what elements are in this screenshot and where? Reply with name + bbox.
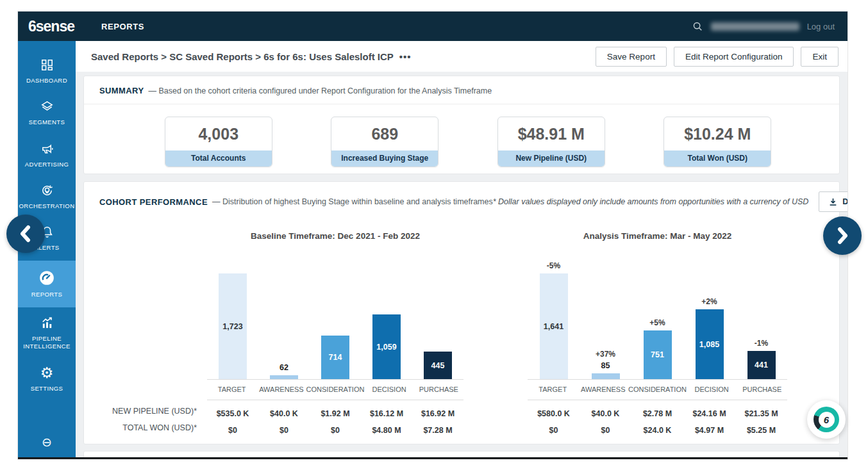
- new-pipeline-row: $535.0 K$40.0 K$1.92 M$16.12 M$16.92 M: [207, 405, 463, 422]
- new-pipeline-row: $580.0 K$40.0 K$2.78 M$24.16 M$21.35 M: [528, 405, 787, 422]
- bar-decision[interactable]: 1,059: [372, 314, 401, 379]
- bar-decision[interactable]: 1,085: [696, 309, 724, 379]
- money-value: $1.92 M: [310, 405, 361, 422]
- 6sense-chat-widget-button[interactable]: 6: [807, 400, 846, 439]
- bar-target[interactable]: 1,723: [219, 273, 247, 379]
- stat-label: Total Won (USD): [664, 150, 771, 167]
- main-content: Saved Reports > SC Saved Reports > 6s fo…: [76, 41, 847, 457]
- save-report-button[interactable]: Save Report: [596, 47, 667, 67]
- chart-title: Baseline Timeframe: Dec 2021 - Feb 2022: [207, 229, 463, 251]
- usd-footnote: * Dollar values displayed only include a…: [493, 197, 809, 206]
- next-section-card-edge: [83, 451, 840, 457]
- stage-label: AWARENESS: [256, 386, 306, 393]
- stage-label: TARGET: [207, 386, 256, 393]
- sidebar-item-label: DASHBOARD: [26, 77, 67, 85]
- stage-label: AWARENESS: [578, 386, 629, 393]
- orchestration-cycle-icon: [40, 183, 54, 198]
- money-row-labels: NEW PIPELINE (USD)* TOTAL WON (USD)*: [99, 229, 197, 439]
- baseline-chart: Baseline Timeframe: Dec 2021 - Feb 20221…: [207, 229, 463, 439]
- bar-value-label: 445: [424, 361, 452, 370]
- download-icon: [829, 197, 837, 206]
- stage-label: TARGET: [528, 386, 578, 393]
- bar-awareness[interactable]: [270, 375, 298, 379]
- top-nav-reports[interactable]: REPORTS: [101, 22, 144, 31]
- money-value: $7.28 M: [412, 422, 463, 439]
- summary-card: SUMMARY — Based on the cohort criteria c…: [83, 76, 840, 174]
- pct-change-label: -5%: [528, 261, 580, 270]
- cohort-performance-card: COHORT PERFORMANCE — Distribution of hig…: [83, 181, 840, 444]
- stat-value: $48.91 M: [498, 117, 605, 150]
- more-menu-icon[interactable]: •••: [399, 51, 412, 62]
- stage-label: CONSIDERATION: [628, 386, 687, 393]
- bar-awareness[interactable]: [592, 373, 620, 379]
- bar-consideration[interactable]: 714: [321, 336, 349, 379]
- 6sense-logo[interactable]: 6sense: [28, 18, 74, 35]
- carousel-prev-button[interactable]: [6, 215, 45, 253]
- money-value: $21.35 M: [735, 405, 787, 422]
- logout-link[interactable]: Log out: [807, 22, 835, 31]
- stat-label: Increased Buying Stage: [331, 150, 438, 167]
- search-icon[interactable]: [692, 20, 703, 32]
- segments-layers-icon: [40, 99, 54, 114]
- bar-value-label: 1,641: [540, 322, 568, 331]
- money-value: $24.0 K: [631, 422, 683, 439]
- chevron-left-icon: [18, 225, 33, 243]
- money-value: $40.0 K: [580, 405, 631, 422]
- exit-button[interactable]: Exit: [801, 47, 839, 67]
- sidebar-item-orchestration[interactable]: ORCHESTRATION: [18, 177, 76, 216]
- money-value: $535.0 K: [207, 405, 258, 422]
- bar-value-label: 1,085: [696, 340, 724, 349]
- summary-title: SUMMARY: [99, 86, 144, 95]
- cohort-title: COHORT PERFORMANCE: [99, 197, 208, 207]
- sidebar-item-pipeline-intelligence[interactable]: PIPELINE INTELLIGENCE: [18, 309, 76, 357]
- sidebar-item-dashboard[interactable]: DASHBOARD: [18, 51, 76, 91]
- bar-value-label: 85: [580, 361, 631, 370]
- sidebar-item-label: PIPELINE INTELLIGENCE: [20, 335, 74, 351]
- page-header: Saved Reports > SC Saved Reports > 6s fo…: [76, 41, 847, 72]
- download-button[interactable]: DOWNLOAD: [819, 191, 847, 212]
- stage-label: DECISION: [687, 386, 737, 393]
- stat-label: New Pipeline (USD): [498, 150, 605, 167]
- circle-minus-icon[interactable]: ⊖: [18, 435, 76, 450]
- money-value: $0: [580, 422, 631, 439]
- top-navbar: 6sense REPORTS Log out: [18, 12, 847, 41]
- carousel-next-button[interactable]: [823, 216, 862, 255]
- stat-value: $10.24 M: [664, 117, 771, 150]
- sidebar-item-label: SEGMENTS: [29, 118, 65, 126]
- bar-value-label: 751: [644, 350, 672, 359]
- sidebar-item-label: REPORTS: [31, 291, 63, 298]
- chart-title: Analysis Timeframe: Mar - May 2022: [528, 229, 787, 251]
- app-window: 6sense REPORTS Log out DASHBOARDSEGMENTS…: [18, 12, 847, 459]
- money-value: $0: [528, 422, 580, 439]
- bar-consideration[interactable]: 751: [644, 330, 672, 379]
- bar-purchase[interactable]: 445: [424, 352, 452, 379]
- pct-change-label: +37%: [580, 350, 631, 359]
- bar-target[interactable]: 1,641: [540, 273, 568, 379]
- sidebar-item-label: ADVERTISING: [25, 161, 69, 168]
- settings-gear-icon: ⚙: [40, 366, 54, 380]
- bar-value-label: 1,723: [219, 322, 247, 331]
- chevron-right-icon: [835, 227, 850, 245]
- user-email-redacted: [711, 22, 799, 31]
- money-value: $0: [310, 422, 361, 439]
- bar-purchase[interactable]: 441: [747, 351, 776, 379]
- sidebar-item-reports[interactable]: REPORTS: [18, 261, 76, 307]
- total-won-row: $0$0$24.0 K$4.97 M$5.25 M: [528, 422, 787, 439]
- 6sense-ring-icon: 6: [814, 407, 839, 432]
- money-value: $0: [207, 422, 258, 439]
- analysis-chart: Analysis Timeframe: Mar - May 2022-5%1,6…: [528, 229, 787, 439]
- sidebar-item-settings[interactable]: ⚙SETTINGS: [18, 359, 76, 399]
- cohort-subtitle: — Distribution of highest Buying Stage w…: [212, 197, 493, 206]
- money-value: $2.78 M: [631, 405, 683, 422]
- summary-subtitle: — Based on the cohort criteria configure…: [148, 86, 492, 95]
- sidebar-item-label: ORCHESTRATION: [19, 202, 75, 210]
- stage-label: DECISION: [364, 386, 413, 393]
- sidebar-item-advertising[interactable]: ADVERTISING: [18, 135, 76, 175]
- reports-gauge-icon: [38, 270, 55, 286]
- money-value: $580.0 K: [528, 405, 580, 422]
- summary-stat-card: $48.91 MNew Pipeline (USD): [497, 117, 605, 167]
- sidebar-item-label: SETTINGS: [31, 385, 63, 393]
- money-value: $4.97 M: [683, 422, 735, 439]
- sidebar-item-segments[interactable]: SEGMENTS: [18, 93, 76, 133]
- edit-report-configuration-button[interactable]: Edit Report Configuration: [674, 47, 794, 67]
